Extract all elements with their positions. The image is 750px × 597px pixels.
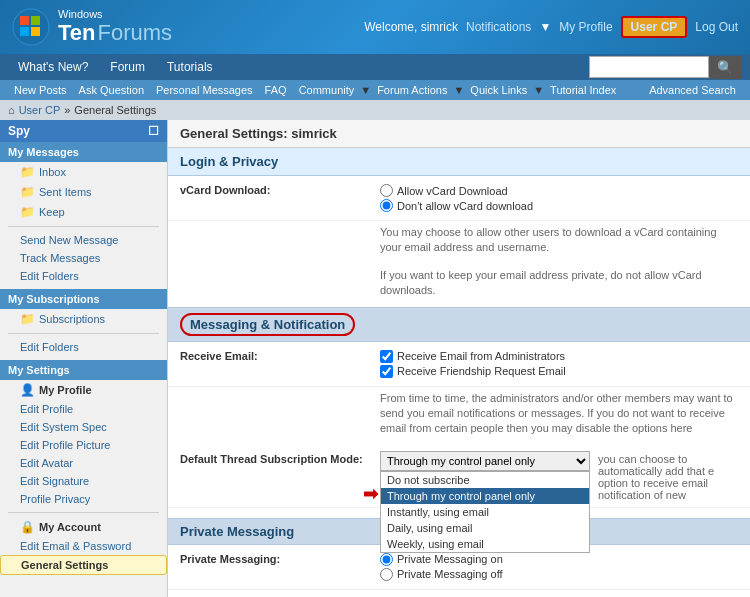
dropdown-option-no-subscribe[interactable]: Do not subscribe [381, 472, 589, 488]
track-messages-link[interactable]: Track Messages [20, 252, 100, 264]
my-profile-label: My Profile [39, 384, 92, 396]
sidebar-item-subscriptions[interactable]: 📁 Subscriptions [0, 309, 167, 329]
email-password-link[interactable]: Edit Email & Password [20, 540, 131, 552]
vcard-option1-row: Allow vCard Download [380, 184, 738, 197]
site-header: Windows Ten Forums Welcome, simrick Noti… [0, 0, 750, 54]
home-icon: ⌂ [8, 104, 15, 116]
thread-sub-select-container: Do not subscribe Through my control pane… [380, 451, 590, 471]
thread-sub-partial-note: you can choose to automatically add that… [598, 451, 738, 501]
sent-folder-icon: 📁 [20, 185, 35, 199]
sidebar-item-edit-folders2[interactable]: Edit Folders [0, 338, 167, 356]
breadcrumb-sep1: » [64, 104, 70, 116]
new-posts-link[interactable]: New Posts [8, 80, 73, 100]
inbox-link[interactable]: Inbox [39, 166, 66, 178]
usercp-button[interactable]: User CP [621, 16, 688, 38]
dropdown-arrow-indicator: ➡ [363, 483, 378, 505]
main-nav: What's New? Forum Tutorials 🔍 [0, 54, 750, 80]
sidebar-item-profile-picture[interactable]: Edit Profile Picture [0, 436, 167, 454]
sidebar-item-edit-profile[interactable]: Edit Profile [0, 400, 167, 418]
logout-link[interactable]: Log Out [695, 20, 738, 34]
whats-new-link[interactable]: What's New? [8, 54, 98, 80]
search-button[interactable]: 🔍 [709, 56, 742, 79]
sidebar-item-profile-privacy[interactable]: Profile Privacy [0, 490, 167, 508]
forum-actions-link[interactable]: Forum Actions [371, 80, 453, 100]
breadcrumb-usercp[interactable]: User CP [19, 104, 61, 116]
vcard-disallow-label: Don't allow vCard download [397, 200, 533, 212]
subscriptions-folder-icon: 📁 [20, 312, 35, 326]
private-msg-options: Private Messaging on Private Messaging o… [380, 551, 738, 583]
faq-link[interactable]: FAQ [259, 80, 293, 100]
divider2 [8, 333, 159, 334]
collapse-icon[interactable]: ☐ [148, 124, 159, 138]
general-settings-link[interactable]: General Settings [21, 559, 108, 571]
edit-folders-link[interactable]: Edit Folders [20, 270, 79, 282]
vcard-note2: If you want to keep your email address p… [168, 264, 750, 307]
private-messaging-title: Private Messaging [180, 524, 294, 539]
receive-email-row: Receive Email: Receive Email from Admini… [168, 342, 750, 387]
profile-privacy-link[interactable]: Profile Privacy [20, 493, 90, 505]
my-account-label: My Account [39, 521, 101, 533]
sidebar-item-signature[interactable]: Edit Signature [0, 472, 167, 490]
community-link[interactable]: Community [293, 80, 361, 100]
avatar-link[interactable]: Edit Avatar [20, 457, 73, 469]
tutorials-link[interactable]: Tutorials [157, 54, 223, 80]
sidebar-item-general-settings[interactable]: General Settings [0, 555, 167, 575]
thread-sub-select[interactable]: Do not subscribe Through my control pane… [380, 451, 590, 471]
sub-nav: New Posts Ask Question Personal Messages… [0, 80, 750, 100]
welcome-text: Welcome, simrick [364, 20, 458, 34]
signature-link[interactable]: Edit Signature [20, 475, 89, 487]
vcard-allow-radio[interactable] [380, 184, 393, 197]
profile-picture-link[interactable]: Edit Profile Picture [20, 439, 110, 451]
sidebar-item-edit-folders[interactable]: Edit Folders [0, 267, 167, 285]
divider3 [8, 512, 159, 513]
vcard-note1: You may choose to allow other users to d… [168, 221, 750, 264]
dropdown-option-weekly[interactable]: Weekly, using email [381, 536, 589, 552]
pm-off-row: Private Messaging off [380, 568, 738, 581]
pm-off-radio[interactable] [380, 568, 393, 581]
sidebar-item-avatar[interactable]: Edit Avatar [0, 454, 167, 472]
edit-folders2-link[interactable]: Edit Folders [20, 341, 79, 353]
sidebar-item-email-password[interactable]: Edit Email & Password [0, 537, 167, 555]
my-profile-link[interactable]: My Profile [559, 20, 612, 34]
quick-links-link[interactable]: Quick Links [464, 80, 533, 100]
dropdown-option-daily[interactable]: Daily, using email [381, 520, 589, 536]
account-person-icon: 🔒 [20, 520, 35, 534]
breadcrumb: ⌂ User CP » General Settings [0, 100, 750, 120]
divider1 [8, 226, 159, 227]
keep-folder-icon: 📁 [20, 205, 35, 219]
system-spec-link[interactable]: Edit System Spec [20, 421, 107, 433]
email-admin-checkbox[interactable] [380, 350, 393, 363]
vcard-option2-row: Don't allow vCard download [380, 199, 738, 212]
sidebar-item-keep[interactable]: 📁 Keep [0, 202, 167, 222]
edit-profile-link[interactable]: Edit Profile [20, 403, 73, 415]
vcard-disallow-radio[interactable] [380, 199, 393, 212]
messaging-section-title: Messaging & Notification [190, 317, 345, 332]
my-messages-section: My Messages [0, 142, 167, 162]
login-privacy-title: Login & Privacy [168, 148, 750, 176]
ask-question-link[interactable]: Ask Question [73, 80, 150, 100]
sidebar-item-sent[interactable]: 📁 Sent Items [0, 182, 167, 202]
send-message-link[interactable]: Send New Message [20, 234, 118, 246]
search-input[interactable] [589, 56, 709, 78]
keep-link[interactable]: Keep [39, 206, 65, 218]
tutorial-index-link[interactable]: Tutorial Index [544, 80, 622, 100]
sidebar-item-track[interactable]: Track Messages [0, 249, 167, 267]
notifications-link[interactable]: Notifications [466, 20, 531, 34]
sidebar-item-send-message[interactable]: Send New Message [0, 231, 167, 249]
pm-on-radio[interactable] [380, 553, 393, 566]
subscriptions-link[interactable]: Subscriptions [39, 313, 105, 325]
sidebar-item-system-spec[interactable]: Edit System Spec [0, 418, 167, 436]
dropdown-option-control-panel[interactable]: Through my control panel only [381, 488, 589, 504]
personal-messages-link[interactable]: Personal Messages [150, 80, 259, 100]
forum-link[interactable]: Forum [100, 54, 155, 80]
sent-link[interactable]: Sent Items [39, 186, 92, 198]
vcard-row: vCard Download: Allow vCard Download Don… [168, 176, 750, 221]
dropdown-option-instantly[interactable]: Instantly, using email [381, 504, 589, 520]
logo-text: Windows Ten Forums [58, 8, 172, 46]
receive-email-note: From time to time, the administrators an… [168, 387, 750, 445]
sidebar-item-inbox[interactable]: 📁 Inbox [0, 162, 167, 182]
email-friendship-checkbox[interactable] [380, 365, 393, 378]
thread-sub-row: Default Thread Subscription Mode: Do not… [168, 445, 750, 508]
advanced-search-link[interactable]: Advanced Search [643, 80, 742, 100]
svg-rect-1 [20, 16, 29, 25]
